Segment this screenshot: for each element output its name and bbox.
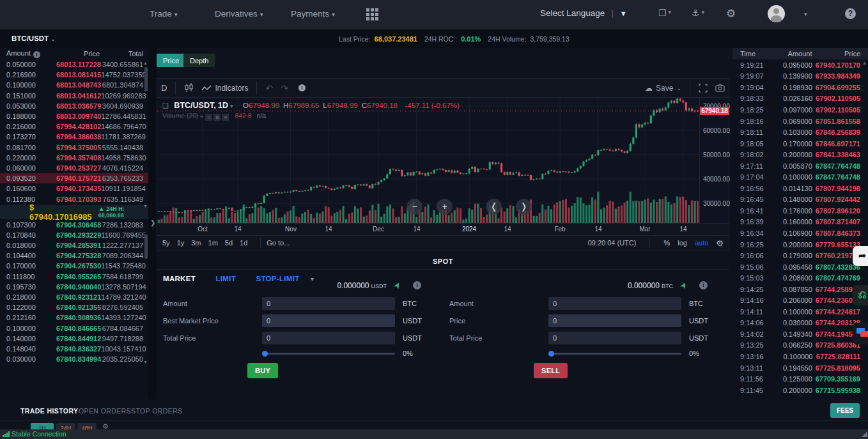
bid-row[interactable]: 0.10730067904.3064587286.132083 bbox=[0, 220, 148, 230]
bid-row[interactable]: 0.14804067840.83632710043.157410 bbox=[0, 344, 148, 354]
ask-row[interactable]: 0.15100068013.04161210269.969283 bbox=[0, 91, 148, 101]
tab-stop-orders[interactable]: STOP ORDERS bbox=[131, 407, 182, 415]
scroll-down-icon[interactable]: ▼ bbox=[143, 204, 148, 208]
nav-payments[interactable]: Payments▾ bbox=[291, 9, 335, 19]
snapshot-camera-icon[interactable] bbox=[711, 84, 729, 92]
fullscreen-icon[interactable] bbox=[695, 84, 711, 93]
ask-row[interactable]: 0.10000068013.0487436801.304874 bbox=[0, 80, 148, 90]
slider-handle[interactable] bbox=[262, 351, 268, 357]
range-1m-button[interactable]: 1m bbox=[208, 239, 218, 247]
buy-best-market-price-input[interactable] bbox=[262, 314, 395, 327]
language-selector[interactable]: Select Language|▼ bbox=[540, 8, 627, 18]
indicator-settings-icon[interactable]: ⚙ bbox=[213, 114, 221, 121]
filter-settings-icon[interactable]: ⚙ bbox=[102, 422, 109, 429]
tab-open-orders[interactable]: OPEN ORDERS bbox=[79, 407, 131, 415]
bid-row[interactable]: 0.11180067840.9552657584.618799 bbox=[0, 272, 148, 282]
bid-row[interactable]: 0.19573067840.94004013278.507194 bbox=[0, 282, 148, 292]
indicators-button[interactable]: Indicators bbox=[198, 84, 252, 93]
nav-trade[interactable]: Trade▾ bbox=[150, 9, 178, 19]
resize-handle[interactable] bbox=[862, 431, 867, 437]
scroll-up-icon[interactable]: ▲ bbox=[862, 61, 867, 65]
sell-amount-slider[interactable] bbox=[548, 353, 681, 355]
filter-1h-button[interactable]: 1H bbox=[31, 423, 54, 429]
bids-scrollbar[interactable] bbox=[144, 235, 148, 259]
ask-row[interactable]: 0.21600067994.42810214686.796470 bbox=[0, 121, 148, 132]
ask-row[interactable]: 0.17327067994.38603811781.387269 bbox=[0, 132, 148, 142]
sell-total-price-input[interactable] bbox=[548, 332, 681, 344]
range-1d-button[interactable]: 1d bbox=[240, 239, 247, 247]
range-5y-button[interactable]: 5y bbox=[162, 239, 170, 247]
help-icon[interactable]: ? bbox=[845, 8, 856, 19]
wallet-icon[interactable]: ⚓▾ bbox=[692, 8, 704, 18]
bid-row[interactable]: 0.17000067904.26753011543.725480 bbox=[0, 261, 148, 271]
volume-legend[interactable]: Volume (20) ▾ ○⚙✕ 842.8 n/a bbox=[162, 112, 266, 121]
log-scale-button[interactable]: log bbox=[678, 239, 687, 247]
time-axis[interactable]: Oct14Nov14Dec14202414Feb14Mar14 bbox=[157, 223, 729, 235]
scroll-up-icon[interactable]: ▲ bbox=[143, 61, 148, 65]
bid-row[interactable]: 0.01800067904.2853911222.277137 bbox=[0, 240, 148, 250]
tab-depth[interactable]: Depth bbox=[183, 54, 215, 67]
save-layout-button[interactable]: ☁ Save ⌄ bbox=[641, 84, 685, 93]
collapse-chevron-icon[interactable]: ❯ bbox=[150, 219, 155, 226]
undo-icon[interactable]: ↶ bbox=[261, 83, 277, 93]
bid-row[interactable]: 0.10440067904.2753287089.206344 bbox=[0, 250, 148, 261]
auto-scale-button[interactable]: auto bbox=[695, 239, 708, 247]
bid-row[interactable]: 0.14000067840.8449129497.718288 bbox=[0, 334, 148, 344]
zoom-in-button[interactable]: + bbox=[437, 199, 453, 215]
candle-style-icon[interactable] bbox=[180, 83, 198, 93]
ask-row[interactable]: 0.09352067940.1757216353.765233 bbox=[0, 173, 148, 183]
remove-indicator-icon[interactable]: ✕ bbox=[222, 114, 229, 121]
buy-total-price-input[interactable] bbox=[262, 332, 395, 344]
ask-row[interactable]: 0.16060067940.17343510911.191854 bbox=[0, 183, 148, 194]
ask-row[interactable]: 0.22000067994.35740814958.758630 bbox=[0, 153, 148, 163]
avatar[interactable] bbox=[768, 5, 785, 22]
bid-row[interactable]: 0.12200067840.9213558276.592405 bbox=[0, 302, 148, 312]
buy-amount-slider[interactable] bbox=[262, 353, 395, 355]
info-icon[interactable]: i bbox=[413, 281, 421, 289]
nav-derivatives[interactable]: Derivatives▾ bbox=[215, 9, 263, 19]
price-axis[interactable]: 70000.0060000.0050000.0040000.0030000.00… bbox=[699, 98, 729, 223]
range-5d-button[interactable]: 5d bbox=[225, 239, 233, 247]
ask-row[interactable]: 0.06000067940.2537274076.415224 bbox=[0, 163, 148, 173]
settings-gear-icon[interactable]: ⚙ bbox=[726, 7, 736, 20]
chatgpt-widget-button[interactable]: ⎌ bbox=[853, 285, 868, 305]
sell-price-input[interactable] bbox=[548, 314, 681, 327]
filter-48h-button[interactable]: 48H bbox=[77, 423, 97, 429]
bid-row[interactable]: 0.10000067840.8466656784.084667 bbox=[0, 323, 148, 334]
share-widget-button[interactable]: ➦ bbox=[853, 246, 868, 266]
asks-scrollbar[interactable] bbox=[144, 67, 148, 91]
fees-button[interactable]: FEES bbox=[830, 403, 860, 418]
restore-pane-icon[interactable]: ❑ bbox=[162, 102, 169, 109]
bid-row[interactable]: 0.03000067840.8349942035.225050 bbox=[0, 354, 148, 364]
interval-button[interactable]: D bbox=[157, 83, 171, 93]
panel-collapse-strip[interactable]: ❯ bbox=[148, 48, 157, 403]
filter-24h-button[interactable]: 24H bbox=[56, 423, 75, 429]
goto-date-button[interactable]: Go to... bbox=[267, 239, 290, 247]
axis-settings-icon[interactable]: ⚙ bbox=[716, 238, 724, 248]
chart-info-icon[interactable]: i bbox=[292, 84, 309, 91]
scroll-down-icon[interactable]: ▼ bbox=[143, 360, 148, 364]
tab-price[interactable]: Price bbox=[157, 54, 185, 67]
range-3m-button[interactable]: 3m bbox=[191, 239, 201, 247]
bid-row[interactable]: 0.17084067904.29322911600.769455 bbox=[0, 230, 148, 240]
apps-grid-icon[interactable] bbox=[366, 8, 378, 20]
sell-button[interactable]: SELL bbox=[534, 363, 568, 378]
bid-row[interactable]: 0.21216067840.90893614393.127240 bbox=[0, 312, 148, 323]
percent-scale-button[interactable]: % bbox=[663, 239, 670, 247]
ask-row[interactable]: 0.21690068013.08141514752.037359 bbox=[0, 70, 148, 80]
zoom-out-button[interactable]: − bbox=[407, 199, 422, 215]
scroll-left-button[interactable]: ❬ bbox=[486, 199, 502, 215]
redo-icon[interactable]: ↷ bbox=[277, 83, 292, 93]
chart-legend[interactable]: ❑ BTC/USDT, 1D▾ O67948.99H67989.65L67948… bbox=[162, 101, 460, 110]
clock-utc[interactable]: 09:20:04 (UTC) bbox=[588, 239, 637, 247]
ask-row[interactable]: 0.05300068013.0365793604.690939 bbox=[0, 101, 148, 111]
language-dropdown-icon[interactable]: ▼ bbox=[620, 10, 627, 17]
info-icon[interactable]: i bbox=[33, 51, 40, 58]
ask-row[interactable]: 0.11238067940.1703937635.116349 bbox=[0, 194, 148, 204]
ask-row[interactable]: 0.05000068013.1172283400.655861 bbox=[0, 59, 148, 70]
info-icon[interactable]: i bbox=[699, 281, 708, 289]
chart-plot-area[interactable]: ❑ BTC/USDT, 1D▾ O67948.99H67989.65L67948… bbox=[157, 98, 699, 223]
range-1y-button[interactable]: 1y bbox=[177, 239, 185, 247]
last-price-row[interactable]: $ 67940.17016985 ▲ 24H H: 68,060.68 bbox=[0, 205, 148, 219]
bid-row[interactable]: 0.21800067840.92312114789.321240 bbox=[0, 292, 148, 302]
